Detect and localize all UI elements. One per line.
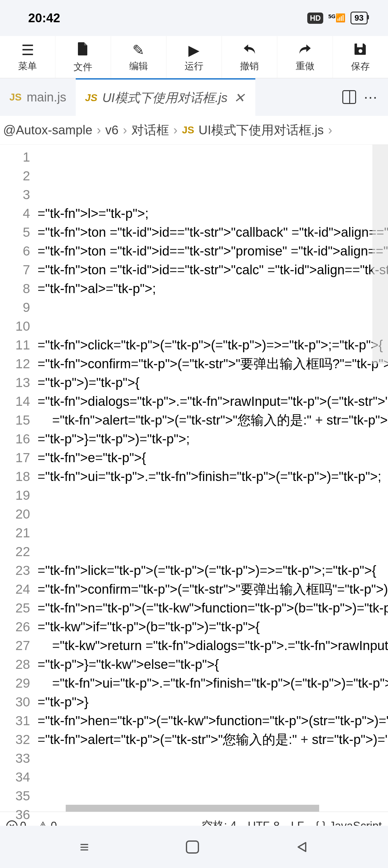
horizontal-scrollbar[interactable] [66,805,319,812]
redo-button[interactable]: 重做 [277,36,333,78]
undo-button[interactable]: 撤销 [222,36,277,78]
code-editor[interactable]: 1234567891011121314151617181920212223242… [0,145,388,812]
tab-extras: ⋯ [333,78,388,116]
tab-main-js[interactable]: JS main.js [0,78,76,116]
code-content[interactable]: ="tk-fn">l>="tk-p">;="tk-fn">ton ="tk-id… [37,145,388,812]
js-badge-icon: JS [85,92,97,104]
phone-status-bar: 20:42 HD ⁵ᴳ📶 93 [0,0,388,36]
svg-point-1 [359,49,362,53]
chevron-icon: › [123,123,127,137]
line-number-gutter: 1234567891011121314151617181920212223242… [0,145,37,812]
save-label: 保存 [351,60,370,73]
minimap[interactable] [373,145,388,364]
split-editor-icon[interactable] [342,90,356,104]
back-icon[interactable] [296,841,308,853]
hd-badge: HD [307,12,323,24]
run-button[interactable]: ▶ 运行 [166,36,222,78]
close-tab-icon[interactable]: ✕ [232,90,246,105]
redo-icon [298,43,312,57]
more-actions-icon[interactable]: ⋯ [364,89,379,105]
file-label: 文件 [73,61,92,73]
chevron-icon: › [173,123,177,137]
home-icon[interactable] [186,840,199,854]
editor-tabs: JS main.js JS UI模式下使用对话框.js ✕ ⋯ [0,78,388,116]
save-button[interactable]: 保存 [333,36,388,78]
tab-label: UI模式下使用对话框.js [102,89,227,106]
clock: 20:42 [28,11,60,25]
android-nav-bar: ≡ [0,826,388,868]
breadcrumb-file[interactable]: UI模式下使用对话框.js [199,122,324,139]
file-icon [77,42,89,58]
battery-indicator: 93 [351,11,368,24]
run-label: 运行 [185,60,203,73]
network-indicator: ⁵ᴳ📶 [328,13,346,23]
breadcrumb-item[interactable]: v6 [105,123,118,137]
undo-icon [243,43,256,57]
edit-label: 编辑 [129,60,148,73]
pencil-icon: ✎ [132,43,144,57]
status-indicators: HD ⁵ᴳ📶 93 [307,11,368,24]
file-button[interactable]: 文件 [55,36,111,78]
chevron-icon: › [328,123,332,137]
redo-label: 重做 [296,60,315,73]
menu-label: 菜单 [18,60,37,73]
menu-button[interactable]: ☰ 菜单 [0,36,55,78]
tab-label: main.js [27,90,66,104]
undo-label: 撤销 [240,60,259,73]
menu-icon: ☰ [21,43,34,57]
js-badge-icon: JS [9,91,22,103]
breadcrumb-root[interactable]: @Autox-sample [3,123,92,137]
svg-rect-0 [357,43,363,47]
js-badge-icon: JS [182,124,194,136]
main-toolbar: ☰ 菜单 文件 ✎ 编辑 ▶ 运行 撤销 重做 保存 [0,36,388,78]
breadcrumb-item[interactable]: 对话框 [131,122,169,139]
recents-icon[interactable]: ≡ [80,838,89,856]
edit-button[interactable]: ✎ 编辑 [111,36,166,78]
chevron-icon: › [97,123,101,137]
breadcrumb: @Autox-sample › v6 › 对话框 › JS UI模式下使用对话框… [0,116,388,145]
save-icon [354,42,367,58]
play-icon: ▶ [188,43,199,57]
tab-ui-dialog-js[interactable]: JS UI模式下使用对话框.js ✕ [76,78,255,116]
